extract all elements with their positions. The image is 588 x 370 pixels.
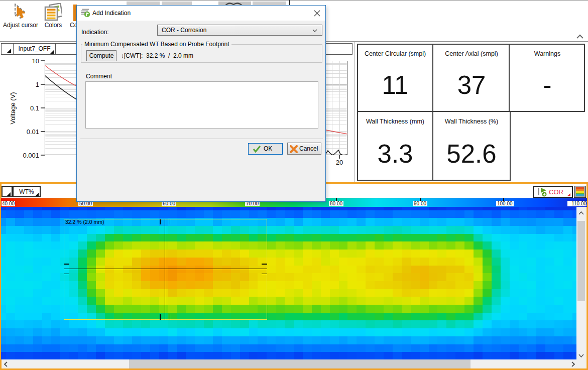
svg-text:32.2 % (2.0 mm): 32.2 % (2.0 mm): [65, 219, 104, 225]
